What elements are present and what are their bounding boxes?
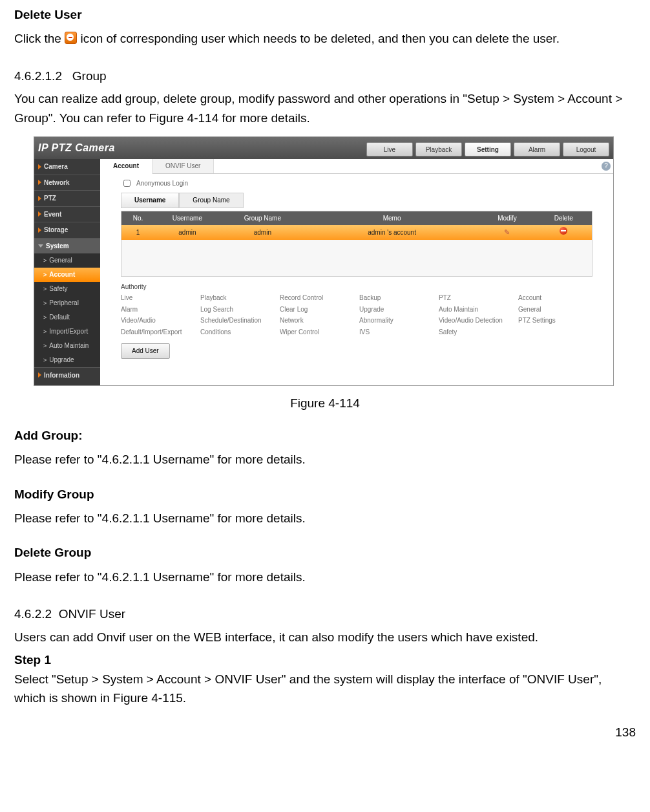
col-memo: Memo	[305, 211, 479, 226]
main-panel: ? Account ONVIF User Anonymous Login Use…	[100, 159, 613, 385]
text-delete-user-a: Click the	[14, 32, 65, 45]
account-subtabs: Username Group Name	[121, 193, 613, 208]
sidebar-item-event[interactable]: Event	[34, 206, 100, 222]
para-modify-group: Please refer to "4.6.2.1.1 Username" for…	[14, 509, 636, 528]
nav-alarm[interactable]: Alarm	[514, 142, 560, 156]
chevron-icon	[43, 255, 47, 266]
tab-onvif-user[interactable]: ONVIF User	[152, 159, 214, 173]
sidebar-item-storage[interactable]: Storage	[34, 222, 100, 238]
col-delete: Delete	[536, 211, 592, 226]
heading-modify-group: Modify Group	[14, 485, 636, 504]
sidebar-item-information[interactable]: Information	[34, 367, 100, 383]
anonymous-login-checkbox[interactable]	[123, 180, 131, 187]
chevron-icon	[43, 284, 47, 294]
sidebar: Camera Network PTZ Event Storage System …	[34, 159, 100, 385]
table-row[interactable]: 1 admin admin admin 's account ✎	[121, 225, 592, 240]
auth-item: Safety	[439, 327, 513, 337]
chevron-right-icon	[38, 164, 41, 169]
sidebar-sub-import-export[interactable]: Import/Export	[34, 325, 100, 339]
user-table: No. Username Group Name Memo Modify Dele…	[121, 211, 592, 240]
cell-modify[interactable]: ✎	[479, 225, 535, 240]
sidebar-sub-label: General	[49, 255, 72, 266]
heading-add-group: Add Group:	[14, 426, 636, 445]
auth-item: Playback	[200, 293, 275, 303]
chevron-right-icon	[38, 211, 41, 217]
subtab-username[interactable]: Username	[121, 193, 179, 208]
nav-live[interactable]: Live	[366, 142, 413, 156]
sidebar-item-camera[interactable]: Camera	[34, 159, 100, 175]
anonymous-login-row: Anonymous Login	[100, 174, 613, 193]
delete-icon[interactable]	[560, 227, 567, 235]
add-user-button[interactable]: Add User	[121, 343, 170, 359]
app-titlebar: IP PTZ Camera Live Playback Setting Alar…	[34, 137, 613, 159]
user-table-wrap: No. Username Group Name Memo Modify Dele…	[121, 211, 592, 277]
sidebar-label-camera: Camera	[44, 162, 68, 172]
authority-label: Authority	[121, 282, 592, 292]
heading-delete-user: Delete User	[14, 5, 636, 24]
para-onvif-step1: Select "Setup > System > Account > ONVIF…	[14, 670, 636, 708]
auth-item: General	[518, 304, 592, 315]
modify-icon[interactable]: ✎	[504, 228, 510, 236]
sidebar-sub-label: Account	[49, 270, 75, 280]
auth-item: Abnormality	[359, 315, 434, 326]
sidebar-label-network: Network	[44, 178, 69, 188]
auth-item: PTZ Settings	[518, 315, 592, 326]
chevron-right-icon	[38, 180, 41, 185]
sidebar-item-ptz[interactable]: PTZ	[34, 190, 100, 206]
sidebar-item-system[interactable]: System	[34, 238, 100, 254]
sidebar-sub-label: Peripheral	[49, 298, 79, 308]
table-header-row: No. Username Group Name Memo Modify Dele…	[121, 211, 592, 226]
col-modify: Modify	[479, 211, 535, 226]
auth-item: Auto Maintain	[439, 304, 513, 315]
cell-delete[interactable]	[536, 225, 592, 240]
sidebar-sub-account[interactable]: Account	[34, 268, 100, 282]
chevron-icon	[43, 312, 47, 323]
cell-group: admin	[220, 225, 305, 240]
auth-item: IVS	[359, 327, 434, 337]
nav-setting[interactable]: Setting	[465, 142, 511, 156]
para-delete-group: Please refer to "4.6.2.1.1 Username" for…	[14, 568, 636, 586]
heading-group-num: 4.6.2.1.2	[14, 69, 62, 83]
heading-onvif-title: ONVIF User	[59, 607, 125, 621]
chevron-icon	[43, 298, 47, 308]
sidebar-sub-label: Safety	[49, 284, 67, 294]
col-group: Group Name	[220, 211, 305, 226]
authority-section: Authority Live Playback Record Control B…	[121, 282, 592, 337]
cell-memo: admin 's account	[305, 225, 479, 240]
heading-onvif-num: 4.6.2.2	[14, 607, 52, 621]
auth-item: Record Control	[280, 293, 354, 303]
nav-playback[interactable]: Playback	[415, 142, 462, 156]
sidebar-sub-safety[interactable]: Safety	[34, 282, 100, 296]
chevron-icon	[43, 326, 47, 337]
sidebar-sub-auto-maintain[interactable]: Auto Maintain	[34, 339, 100, 353]
auth-item: Schedule/Destination	[200, 315, 275, 326]
subtab-group-name[interactable]: Group Name	[179, 193, 243, 208]
authority-grid: Live Playback Record Control Backup PTZ …	[121, 293, 592, 337]
auth-item: Live	[121, 293, 195, 303]
sidebar-sub-label: Auto Maintain	[49, 341, 89, 351]
sidebar-sub-default[interactable]: Default	[34, 310, 100, 325]
text-delete-user-b: icon of corresponding user which needs t…	[80, 32, 560, 45]
sidebar-label-system: System	[46, 241, 69, 251]
auth-item: Default/Import/Export	[121, 327, 195, 337]
chevron-down-icon	[38, 244, 43, 248]
sidebar-item-network[interactable]: Network	[34, 175, 100, 191]
para-delete-user: Click the icon of corresponding user whi…	[14, 29, 636, 48]
heading-onvif: 4.6.2.2 ONVIF User	[14, 604, 636, 623]
tab-account[interactable]: Account	[100, 159, 152, 174]
chevron-right-icon	[38, 228, 41, 233]
sidebar-sub-general[interactable]: General	[34, 253, 100, 268]
auth-item: Video/Audio Detection	[439, 315, 513, 326]
para-group: You can realize add group, delete group,…	[14, 89, 636, 127]
sidebar-label-event: Event	[44, 209, 61, 220]
auth-item: Upgrade	[359, 304, 434, 315]
col-username: Username	[154, 211, 220, 226]
sidebar-sub-peripheral[interactable]: Peripheral	[34, 296, 100, 310]
nav-logout[interactable]: Logout	[563, 142, 609, 156]
chevron-icon	[43, 341, 47, 351]
sidebar-sub-upgrade[interactable]: Upgrade	[34, 353, 100, 367]
sidebar-sub-label: Upgrade	[49, 355, 74, 365]
sidebar-label-ptz: PTZ	[44, 193, 56, 204]
auth-item: PTZ	[439, 293, 513, 303]
auth-item: Account	[518, 293, 592, 303]
